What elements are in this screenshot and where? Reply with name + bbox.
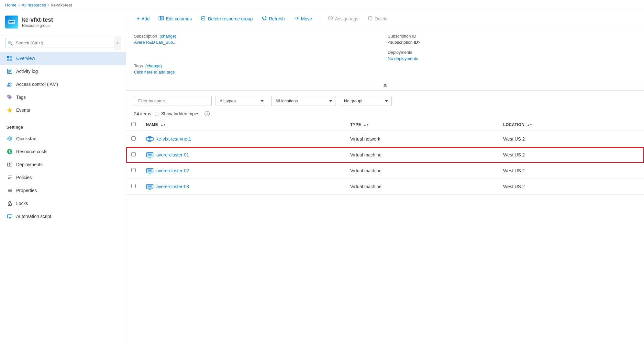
svg-point-42 bbox=[330, 17, 331, 19]
all-types-select[interactable]: All types bbox=[216, 96, 267, 106]
search-icon: 🔍 bbox=[8, 40, 13, 45]
sidebar-item-deployments[interactable]: Deployments bbox=[0, 158, 126, 171]
sidebar-item-events[interactable]: Events bbox=[0, 104, 126, 117]
sidebar-item-automation-script[interactable]: Automation script bbox=[0, 210, 126, 223]
sidebar-item-properties[interactable]: Properties bbox=[0, 184, 126, 197]
filter-bar: All types All locations No groupi... bbox=[126, 91, 644, 109]
sidebar-item-policies[interactable]: Policies bbox=[0, 171, 126, 184]
row-location-cell-0: West US 2 bbox=[498, 131, 644, 147]
subscription-id-label: Subscription ID bbox=[388, 34, 636, 39]
sidebar-item-iam-label: Access control (IAM) bbox=[16, 82, 58, 87]
subscription-id-value: <subscription ID> bbox=[388, 40, 636, 45]
row-location-cell-2: West US 2 bbox=[498, 163, 644, 179]
sidebar-item-activity-log-label: Activity log bbox=[16, 69, 38, 74]
row-type-cell-1: Virtual machine bbox=[345, 147, 498, 163]
assign-tags-icon bbox=[328, 16, 333, 22]
no-grouping-select[interactable]: No groupi... bbox=[340, 96, 392, 106]
row-name-cell-0: ke-vfxt-test-vnet1 bbox=[141, 131, 345, 147]
delete-resource-group-button[interactable]: Delete resource group bbox=[197, 14, 257, 24]
row-checkbox-3[interactable] bbox=[131, 184, 136, 188]
toolbar: + Add Edit columns Delete resource group bbox=[126, 10, 644, 27]
delete-button[interactable]: Delete bbox=[364, 14, 392, 24]
move-button[interactable]: Move bbox=[290, 14, 316, 24]
add-icon: + bbox=[137, 16, 139, 22]
row-checkbox-2[interactable] bbox=[131, 168, 136, 172]
tags-block: Tags (change) Click here to add tags bbox=[134, 63, 383, 74]
svg-point-14 bbox=[8, 96, 9, 97]
svg-point-29 bbox=[9, 204, 10, 205]
breadcrumb: Home › All resources › ke-vfxt-test bbox=[0, 0, 644, 10]
sidebar-item-overview[interactable]: Overview bbox=[0, 52, 126, 65]
search-input[interactable] bbox=[5, 38, 121, 48]
assign-tags-button[interactable]: Assign tags bbox=[324, 14, 362, 24]
svg-rect-47 bbox=[149, 136, 151, 138]
subscription-block: Subscription (change) Avere R&D Lab_Sub.… bbox=[134, 34, 383, 61]
row-checkbox-cell-0 bbox=[126, 131, 141, 147]
add-button[interactable]: + Add bbox=[133, 14, 153, 24]
delete-icon bbox=[368, 16, 373, 22]
toolbar-divider bbox=[320, 14, 320, 23]
info-collapse-button[interactable] bbox=[126, 81, 644, 91]
sidebar-header: ke-vfxt-test Resource group bbox=[0, 10, 126, 34]
svg-rect-35 bbox=[202, 17, 205, 20]
svg-rect-34 bbox=[162, 16, 163, 20]
tags-change-link[interactable]: (change) bbox=[145, 63, 162, 68]
sidebar-item-tags-label: Tags bbox=[16, 95, 26, 100]
sidebar-item-iam[interactable]: Access control (IAM) bbox=[0, 78, 126, 91]
edit-columns-button[interactable]: Edit columns bbox=[155, 14, 195, 24]
edit-columns-icon bbox=[159, 16, 164, 22]
resource-name-link-3[interactable]: avere-cluster-03 bbox=[156, 184, 189, 189]
sidebar-collapse-button[interactable]: « bbox=[114, 36, 121, 50]
row-checkbox-0[interactable] bbox=[131, 136, 136, 141]
all-locations-select[interactable]: All locations bbox=[271, 96, 336, 106]
resource-name-link-1[interactable]: avere-cluster-01 bbox=[156, 152, 189, 157]
select-all-checkbox[interactable] bbox=[131, 122, 136, 126]
show-hidden-types-label[interactable]: Show hidden types bbox=[155, 111, 199, 116]
subscription-value-link[interactable]: Avere R&D Lab_Sub... bbox=[134, 40, 383, 45]
move-icon bbox=[294, 16, 299, 22]
breadcrumb-home[interactable]: Home bbox=[5, 3, 17, 7]
svg-rect-33 bbox=[161, 16, 162, 20]
svg-rect-3 bbox=[9, 22, 12, 23]
filter-by-name-input[interactable] bbox=[134, 96, 212, 106]
deployments-value-link[interactable]: No deployments bbox=[388, 56, 636, 61]
show-hidden-types-checkbox[interactable] bbox=[155, 112, 159, 116]
activity-log-icon bbox=[6, 68, 13, 74]
row-type-cell-0: Virtual network bbox=[345, 131, 498, 147]
sidebar-subtitle: Resource group bbox=[22, 23, 53, 28]
sidebar-item-properties-label: Properties bbox=[16, 188, 37, 193]
table-row: ke-vfxt-test-vnet1 Virtual network West … bbox=[126, 131, 644, 147]
sidebar-item-events-label: Events bbox=[16, 108, 30, 113]
row-checkbox-1[interactable] bbox=[131, 152, 136, 156]
policies-icon bbox=[6, 174, 13, 181]
sidebar-item-overview-label: Overview bbox=[16, 56, 35, 61]
overview-icon bbox=[6, 55, 13, 62]
resource-icon-0 bbox=[146, 135, 154, 143]
breadcrumb-current: ke-vfxt-test bbox=[51, 3, 72, 7]
sidebar-title: ke-vfxt-test bbox=[22, 17, 53, 23]
row-type-cell-2: Virtual machine bbox=[345, 163, 498, 179]
sidebar-item-quickstart[interactable]: Quickstart bbox=[0, 132, 126, 145]
svg-text:VM: VM bbox=[149, 186, 151, 188]
items-row: 24 items Show hidden types ℹ bbox=[126, 109, 644, 119]
add-tags-link[interactable]: Click here to add tags bbox=[134, 70, 383, 74]
sidebar-item-activity-log[interactable]: Activity log bbox=[0, 65, 126, 78]
resource-name-link-0[interactable]: ke-vfxt-test-vnet1 bbox=[156, 136, 191, 142]
name-column-header[interactable]: NAME ▲▼ bbox=[141, 119, 345, 131]
location-sort-icon: ▲▼ bbox=[527, 124, 532, 126]
resource-table: NAME ▲▼ TYPE ▲▼ LOCATION ▲▼ bbox=[126, 119, 644, 195]
sidebar-item-locks[interactable]: Locks bbox=[0, 197, 126, 210]
location-column-header[interactable]: LOCATION ▲▼ bbox=[498, 119, 644, 131]
row-name-cell-2: VM avere-cluster-02 bbox=[141, 163, 345, 179]
resource-name-link-2[interactable]: avere-cluster-02 bbox=[156, 168, 189, 173]
subscription-change-link[interactable]: (change) bbox=[160, 34, 176, 39]
sidebar-item-tags[interactable]: Tags bbox=[0, 91, 126, 104]
sidebar-item-policies-label: Policies bbox=[16, 175, 32, 180]
deployments-label: Deployments bbox=[388, 50, 636, 55]
sidebar-item-resource-costs[interactable]: $ Resource costs bbox=[0, 145, 126, 158]
refresh-button[interactable]: Refresh bbox=[258, 14, 289, 24]
breadcrumb-all-resources[interactable]: All resources bbox=[22, 3, 46, 7]
type-column-header[interactable]: TYPE ▲▼ bbox=[345, 119, 498, 131]
resource-icon-1: VM bbox=[146, 151, 154, 159]
row-checkbox-cell-3 bbox=[126, 179, 141, 195]
